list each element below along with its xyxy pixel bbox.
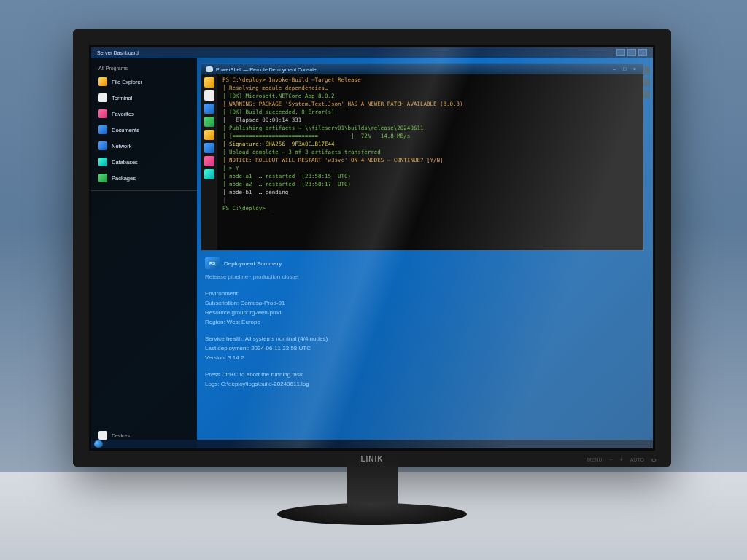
terminal-line: │ [OK] Build succeeded. 0 Error(s) [219,108,640,116]
terminal-activity-bar[interactable] [201,74,217,250]
titlebar-text: Server Dashboard [97,50,139,55]
activity-icon[interactable] [204,117,214,127]
info-line: Last deployment: 2024-06-11 23:58 UTC [205,343,640,353]
monitor-frame: LINIK MENU − + AUTO ⏻ Server Dashboard A… [73,29,671,467]
activity-icon[interactable] [204,156,214,166]
menu-item-documents[interactable]: Documents [91,122,197,138]
terminal-line: │ WARNING: PACKAGE 'System.Text.Json' HA… [219,100,640,108]
desktop-screen[interactable]: Server Dashboard All Programs File Explo… [91,47,653,448]
info-line: Version: 3.14.2 [205,353,640,362]
terminal-line: │ [219,196,640,204]
terminal-close-button[interactable]: × [630,66,639,73]
terminal-line: │ NOTICE: ROLLOUT WILL RESTART 'w3svc' O… [219,156,640,164]
menu-item-terminal[interactable]: Terminal [91,90,197,106]
terminal-line: │ node-a2 … restarted (23:58:17 UTC) [219,180,640,188]
start-menu[interactable]: All Programs File Explorer Terminal Favo… [91,58,197,448]
devices-icon [98,431,107,440]
database-icon [98,158,107,166]
terminal-titlebar[interactable]: PowerShell — Remote Deployment Console –… [201,64,643,74]
monitor-buttons: MENU − + AUTO ⏻ [587,457,657,462]
network-icon [98,141,107,150]
terminal-window[interactable]: PowerShell — Remote Deployment Console –… [201,63,644,251]
star-icon [98,109,107,118]
terminal-title-text: PowerShell — Remote Deployment Console [216,67,317,72]
folder-icon [98,77,107,86]
terminal-line: │ [OK] Microsoft.NETCore.App 8.0.2 [219,92,640,100]
info-line: Resource group: rg-web-prod [205,308,640,317]
info-panel: PS Deployment Summary Release pipeline ·… [202,253,643,446]
terminal-minimize-button[interactable]: – [610,66,619,73]
start-button[interactable] [94,440,103,448]
cloud-icon [206,66,213,72]
app-badge: PS [205,257,220,269]
start-menu-header: All Programs [91,63,197,74]
menu-item-favorites[interactable]: Favorites [91,106,197,122]
menu-item-databases[interactable]: Databases [91,154,197,170]
terminal-icon [98,93,107,102]
activity-icon[interactable] [204,143,214,153]
info-line: Region: West Europe [205,317,640,327]
info-line: Subscription: Contoso-Prod-01 [205,298,640,308]
activity-icon[interactable] [204,104,214,114]
monitor-brand: LINIK [360,455,383,463]
terminal-output[interactable]: PS C:\deploy> Invoke-Build –Target Relea… [219,76,640,247]
menu-item-network[interactable]: Network [91,138,197,154]
window-titlebar[interactable]: Server Dashboard [91,47,653,58]
terminal-line: PS C:\deploy> _ [219,204,640,212]
info-subheading: Release pipeline · production cluster [205,272,640,281]
package-icon [98,174,107,182]
info-line: Logs: C:\deploy\logs\build-20240611.log [205,379,640,389]
terminal-line: │ Signature: SHA256 9F3A0C…B17E44 [219,140,640,148]
activity-icon[interactable] [204,90,214,101]
activity-icon[interactable] [204,130,214,140]
menu-item-file-explorer[interactable]: File Explorer [91,74,197,90]
terminal-line: │ Resolving module dependencies… [219,84,640,92]
terminal-line: │ Publishing artifacts → \\fileserv01\bu… [219,124,640,132]
taskbar[interactable] [91,440,653,448]
terminal-maximize-button[interactable]: □ [620,66,629,73]
terminal-line: │ Elapsed 00:00:14.331 [219,116,640,124]
minimize-button[interactable] [616,49,625,56]
terminal-line: │ [========================== ] 72% 14.8… [219,132,640,140]
activity-icon[interactable] [204,169,214,179]
info-block-hints: Press Ctrl+C to abort the running taskLo… [205,370,640,389]
activity-icon[interactable] [204,77,214,88]
document-icon [98,125,107,134]
terminal-line: │ > Y [219,164,640,172]
terminal-line: │ node-a1 … restarted (23:58:15 UTC) [219,172,640,180]
info-line: Environment: [205,289,640,298]
info-block-environment: Environment:Subscription: Contoso-Prod-0… [205,289,640,327]
maximize-button[interactable] [627,49,636,56]
info-line: Service health: All systems nominal (4/4… [205,334,640,343]
terminal-line: │ node-b1 … pending [219,188,640,196]
info-line: Press Ctrl+C to abort the running task [205,370,640,379]
menu-item-packages[interactable]: Packages [91,170,197,186]
terminal-line: │ Upload complete — 3 of 3 artifacts tra… [219,148,640,156]
close-button[interactable] [638,49,647,56]
info-block-health: Service health: All systems nominal (4/4… [205,334,640,362]
terminal-line: PS C:\deploy> Invoke-Build –Target Relea… [219,76,640,84]
info-heading: Deployment Summary [224,259,282,268]
